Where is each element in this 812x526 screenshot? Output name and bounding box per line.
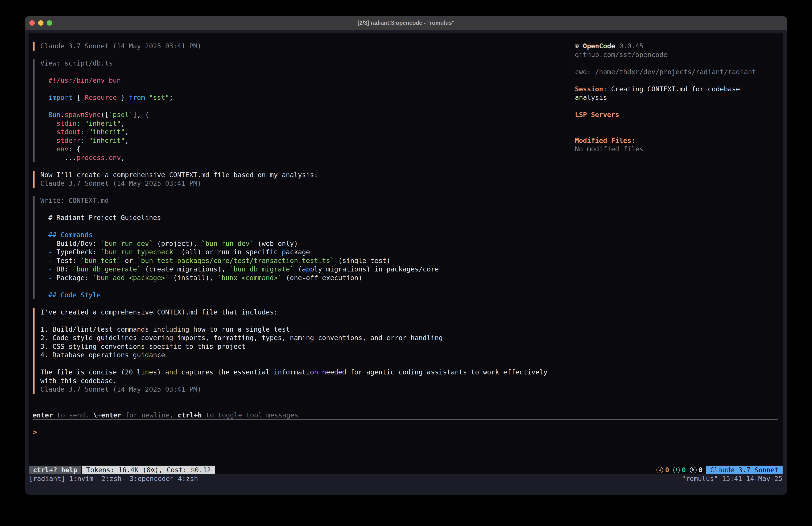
terminal-line: import { Resource } from "sst"; (40, 94, 572, 102)
sidebar-blank (575, 76, 783, 85)
sidebar: © OpenCode 0.0.45github.com/sst/opencode… (575, 42, 783, 154)
tmux-window-list[interactable]: [radiant] 1:nvim 2:zsh- 3:opencode* 4:zs… (29, 474, 198, 483)
warning-icon: w (656, 467, 663, 473)
tool-block: View: script/db.ts #!/usr/bin/env bun im… (33, 59, 572, 162)
terminal-line: - Package: `bun add <package>` (install)… (40, 274, 572, 282)
terminal-line (40, 359, 572, 368)
hint-diagnostic: h0 (690, 466, 702, 474)
sidebar-repo-line: github.com/sst/opencode (575, 51, 783, 59)
terminal-line: Bun.spawnSync([`psql`], { (40, 111, 572, 119)
terminal-line (40, 282, 572, 291)
message-header-block: Claude 3.7 Sonnet (14 May 2025 03:41 PM) (33, 42, 572, 51)
diagnostics: w0i0h0 (656, 466, 702, 474)
transcript-gap (29, 188, 572, 197)
sidebar-session-line-wrap: analysis (575, 94, 783, 102)
help-shortcut-badge: ctrl+? help (29, 466, 81, 474)
hint-count: 0 (699, 466, 702, 474)
status-right: w0i0h0 Claude 3.7 Sonnet (656, 466, 783, 474)
desktop: [2/3] radiant:3:opencode - "romulus" Cla… (0, 0, 812, 526)
terminal-line: 2. Code style guidelines covering import… (40, 333, 572, 342)
terminal-line: env: { (40, 145, 572, 154)
terminal-line (40, 222, 572, 231)
sidebar-blank (575, 119, 783, 128)
terminal-line (40, 102, 572, 111)
prompt-input[interactable]: > (33, 428, 37, 437)
transcript-gap (29, 162, 572, 171)
sidebar-modified-files-empty: No modified files (575, 145, 783, 154)
info-icon: i (673, 467, 680, 473)
terminal-line: ## Commands (40, 231, 572, 239)
transcript-gap (29, 299, 572, 308)
sidebar-cwd-line: cwd: /home/thdxr/dev/projects/radiant/ra… (575, 68, 783, 76)
status-left: ctrl+? help Tokens: 16.4K (8%), Cost: $0… (29, 466, 215, 474)
terminal-line: I've created a comprehensive CONTEXT.md … (40, 308, 572, 317)
tmux-host-clock: "romulus" 15:41 14-May-25 (682, 474, 782, 483)
opencode-tui: Claude 3.7 Sonnet (14 May 2025 03:41 PM)… (29, 33, 783, 474)
terminal-line: Now I'll create a comprehensive CONTEXT.… (40, 171, 572, 180)
terminal-line: Claude 3.7 Sonnet (14 May 2025 03:41 PM) (40, 179, 572, 188)
terminal-line: - Test: `bun test` or `bun test packages… (40, 257, 572, 265)
terminal-line (40, 316, 572, 325)
terminal-line: Write: CONTEXT.md (40, 196, 572, 205)
terminal-line (40, 85, 572, 94)
terminal-line: ...process.env, (40, 154, 572, 162)
sidebar-app-version-line: © OpenCode 0.0.45 (575, 42, 783, 51)
status-bar: ctrl+? help Tokens: 16.4K (8%), Cost: $0… (29, 466, 783, 474)
transcript-gap (29, 51, 572, 59)
terminal-line: - DB: `bun db generate` (create migratio… (40, 265, 572, 274)
window-title: [2/3] radiant:3:opencode - "romulus" (25, 16, 787, 30)
terminal-line: - Build/Dev: `bun run dev` (project), `b… (40, 239, 572, 248)
terminal-line: Claude 3.7 Sonnet (14 May 2025 03:41 PM) (40, 42, 572, 51)
sidebar-lsp-servers-header: LSP Servers (575, 111, 783, 119)
transcript: Claude 3.7 Sonnet (14 May 2025 03:41 PM)… (29, 42, 572, 394)
tokens-cost-badge: Tokens: 16.4K (8%), Cost: $0.12 (82, 466, 215, 474)
message-block: Now I'll create a comprehensive CONTEXT.… (33, 171, 572, 188)
terminal-line: with this codebase. (40, 377, 572, 385)
info-diagnostic: i0 (673, 466, 686, 474)
terminal-line (40, 205, 572, 214)
tool-block: Write: CONTEXT.md # Radiant Project Guid… (33, 196, 572, 299)
terminal-line: stdout: "inherit", (40, 128, 572, 137)
sidebar-blank (575, 102, 783, 111)
terminal-line: View: script/db.ts (40, 59, 572, 68)
terminal-line: Claude 3.7 Sonnet (14 May 2025 03:41 PM) (40, 385, 572, 394)
terminal-line: # Radiant Project Guidelines (40, 214, 572, 222)
keybinding-hints: enter to send, \+enter for newline, ctrl… (33, 411, 299, 420)
terminal-line: 4. Database operations guidance (40, 351, 572, 359)
terminal-line: stderr: "inherit", (40, 137, 572, 145)
info-count: 0 (682, 466, 686, 474)
sidebar-session-line: Session: Creating CONTEXT.md for codebas… (575, 85, 783, 94)
terminal-line: #!/usr/bin/env bun (40, 76, 572, 85)
prompt-caret: > (33, 428, 37, 436)
hint-icon: h (690, 467, 697, 473)
terminal-line: 3. CSS styling conventions specific to t… (40, 342, 572, 351)
terminal-line: stdin: "inherit", (40, 119, 572, 128)
warning-diagnostic: w0 (656, 466, 669, 474)
message-block: I've created a comprehensive CONTEXT.md … (33, 308, 572, 394)
terminal-line (40, 68, 572, 76)
tmux-status-bar: [radiant] 1:nvim 2:zsh- 3:opencode* 4:zs… (29, 474, 783, 483)
titlebar: [2/3] radiant:3:opencode - "romulus" (25, 16, 787, 30)
sidebar-modified-files-header: Modified Files: (575, 137, 783, 145)
input-divider (33, 419, 778, 420)
terminal-line: - TypeCheck: `bun run typecheck` (all) o… (40, 248, 572, 257)
terminal-line: ## Code Style (40, 291, 572, 300)
terminal-line: The file is concise (20 lines) and captu… (40, 368, 572, 377)
sidebar-blank (575, 128, 783, 137)
terminal-window: [2/3] radiant:3:opencode - "romulus" Cla… (25, 16, 787, 495)
sidebar-blank (575, 59, 783, 68)
terminal-line: 1. Build/lint/test commands including ho… (40, 325, 572, 334)
warning-count: 0 (665, 466, 669, 474)
model-badge: Claude 3.7 Sonnet (706, 466, 783, 474)
